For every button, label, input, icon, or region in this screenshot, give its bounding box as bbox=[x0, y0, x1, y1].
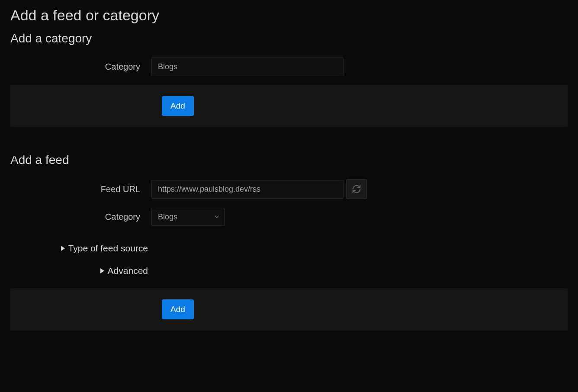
add-feed-button[interactable]: Add bbox=[162, 299, 194, 319]
feed-url-discover-button[interactable] bbox=[346, 179, 367, 199]
add-feed-heading: Add a feed bbox=[10, 153, 568, 167]
advanced-toggle[interactable]: Advanced bbox=[10, 266, 151, 276]
feed-url-label: Feed URL bbox=[10, 184, 151, 194]
category-label: Category bbox=[10, 62, 151, 72]
page-title: Add a feed or category bbox=[10, 7, 568, 24]
feed-url-input[interactable] bbox=[151, 180, 344, 199]
feed-category-label: Category bbox=[10, 212, 151, 222]
chevron-right-icon bbox=[61, 246, 65, 251]
add-category-section: Add a category Category Add bbox=[10, 32, 568, 127]
type-of-feed-source-label: Type of feed source bbox=[68, 243, 148, 254]
refresh-icon bbox=[352, 184, 361, 194]
feed-category-select[interactable]: Blogs bbox=[151, 208, 225, 226]
add-feed-section: Add a feed Feed URL Category Blogs bbox=[10, 153, 568, 331]
add-category-heading: Add a category bbox=[10, 32, 568, 45]
type-of-feed-source-toggle[interactable]: Type of feed source bbox=[10, 243, 151, 254]
add-category-button[interactable]: Add bbox=[162, 96, 194, 116]
category-name-input[interactable] bbox=[151, 58, 344, 76]
chevron-right-icon bbox=[100, 268, 104, 273]
advanced-label: Advanced bbox=[108, 266, 148, 276]
